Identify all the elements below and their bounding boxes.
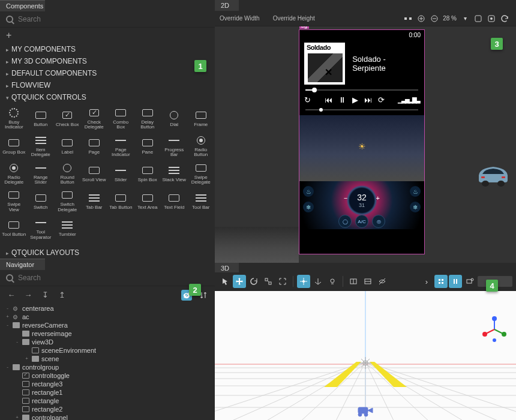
component-item[interactable]: Check Delegate [82,106,107,132]
tree-item-rectangle[interactable]: rectangle [2,397,212,405]
tree-item-ac[interactable]: +⚙ac [2,313,212,321]
tree-item-controltoggle[interactable]: controltoggle [2,371,212,380]
override-width[interactable]: Override Width [220,15,260,22]
temp-up-button[interactable]: + [374,193,382,203]
component-item[interactable]: Delay Button [135,106,161,132]
component-item[interactable]: Scroll View [82,161,107,187]
play-icon[interactable]: ▶ [352,95,358,104]
category-4[interactable]: QTQUICK CONTROLS [0,91,215,103]
tree-item-reverseimage[interactable]: reverseimage [2,329,212,338]
tree-item-view3D[interactable]: -view3D [2,338,212,346]
component-item[interactable]: Stack View [161,161,187,187]
move-tool-icon[interactable] [233,275,246,288]
category-layouts[interactable]: QTQUICK LAYOUTS [0,247,215,259]
component-item[interactable]: Combo Box [108,106,134,132]
zoom-value[interactable]: 28 % [442,13,458,25]
local-space-icon[interactable] [297,275,310,288]
anchors-icon[interactable] [402,13,414,25]
prev-track-icon[interactable]: ⏮ [325,95,332,104]
rotate-tool-icon[interactable] [247,275,260,288]
category-1[interactable]: MY 3D COMPONENTS [0,55,215,67]
temperature-gauge[interactable]: 32 31 [346,185,377,216]
pause-icon[interactable]: ⏸ [338,95,346,104]
component-item[interactable]: Group Box [1,133,27,160]
component-item[interactable]: Pane [135,133,161,160]
component-item[interactable]: Check Box [55,106,80,132]
override-height[interactable]: Override Height [273,15,315,22]
tree-item-scene[interactable]: +scene [2,355,212,363]
next-track-icon[interactable]: ⏭ [364,95,372,104]
component-item[interactable]: Page Indicator [108,133,134,160]
pause-anim-icon[interactable] [449,275,462,288]
defrost-rear-icon[interactable]: ◎ [372,215,385,228]
component-item[interactable]: Tool Separator [28,215,54,242]
nav-moveout-icon[interactable]: ↥ [56,290,67,301]
nav-back-icon[interactable]: ← [6,290,17,301]
nav-forward-icon[interactable]: → [23,290,34,301]
shuffle-icon[interactable]: ⟳ [378,95,385,104]
component-item[interactable]: Radio Delegate [1,161,27,187]
components-tab[interactable]: Components [0,0,45,11]
component-item[interactable]: Busy Indicator [1,106,27,132]
component-item[interactable]: Tab Bar [82,188,107,214]
tree-item-rectangle2[interactable]: rectangle2 [2,405,212,413]
hvac-right-cool-icon[interactable]: ❄ [410,202,421,212]
2d-view-tab[interactable]: 2D [215,0,239,11]
fit-tool-icon[interactable] [276,275,289,288]
view-split-icon[interactable] [347,275,360,288]
equalizer-icon[interactable]: ▁▃▅▂▇▃ [398,97,419,103]
device-preview[interactable]: bg 0:00 Soldado ✕ Soldado - Serpiente ↻ … [299,29,425,254]
tree-item-reverseCamera[interactable]: -reverseCamera [2,321,212,329]
component-item[interactable]: Swipe View [1,188,27,214]
chevron-right-icon[interactable]: › [420,275,433,288]
zoom-dropdown-icon[interactable]: ▾ [459,13,471,25]
zoom-in-icon[interactable] [415,13,427,25]
component-item[interactable]: Range Slider [28,161,54,187]
component-item[interactable]: Text Area [135,188,161,214]
component-item[interactable]: Round Button [55,161,80,187]
components-search-input[interactable] [18,15,209,23]
tree-item-rectangle3[interactable]: rectangle3 [2,380,212,388]
tree-item-controlpanel[interactable]: +controlpanel [2,413,212,420]
tree-item-controlgroup[interactable]: -controlgroup [2,363,212,371]
component-item[interactable]: Radio Button [188,133,214,160]
component-item[interactable]: Item Delegate [28,133,54,160]
fit-selection-icon[interactable] [485,13,497,25]
tree-item-sceneEnvironment[interactable]: sceneEnvironment [2,346,212,355]
component-item[interactable]: Button [28,106,54,132]
nav-movein-icon[interactable]: ↧ [40,290,50,301]
navigator-search[interactable] [0,270,215,286]
axis-gizmo[interactable] [481,316,508,343]
component-item[interactable]: Tool Bar [188,188,214,214]
add-component-button[interactable]: + [0,28,215,43]
3d-viewport[interactable] [215,291,516,420]
component-item[interactable]: Switch [28,188,54,214]
components-search[interactable] [0,11,215,28]
navigator-search-input[interactable] [18,274,209,282]
component-item[interactable]: Slider [108,161,134,187]
select-tool-icon[interactable] [218,275,232,288]
category-2[interactable]: DEFAULT COMPONENTS [0,67,215,79]
component-item[interactable]: Switch Delegate [55,188,80,214]
zoom-out-icon[interactable] [428,13,440,25]
component-item[interactable]: Swipe Delegate [188,161,214,187]
refresh-icon[interactable] [499,13,511,25]
component-item[interactable]: Frame [188,106,214,132]
hvac-left-seat-icon[interactable]: ♨ [303,186,314,197]
visibility-tool-icon[interactable] [376,275,389,288]
component-item[interactable]: Page [82,133,107,160]
component-item[interactable]: Label [55,133,80,160]
view-stack-icon[interactable] [361,275,374,288]
hvac-right-seat-icon[interactable]: ♨ [410,186,421,197]
component-item[interactable]: Text Field [161,188,187,214]
component-item[interactable]: Tool Button [1,215,27,242]
category-3[interactable]: FLOWVIEW [0,79,215,91]
camera-sync-icon[interactable] [463,275,476,288]
tree-item-rectangle1[interactable]: rectangle1 [2,388,212,397]
light-tool-icon[interactable] [326,275,339,288]
fit-view-icon[interactable] [472,13,484,25]
component-item[interactable]: Dial [161,106,187,132]
repeat-icon[interactable]: ↻ [304,95,311,104]
defrost-front-icon[interactable]: ◯ [338,215,352,228]
tree-item-centerarea[interactable]: -⚙centerarea [2,304,212,313]
